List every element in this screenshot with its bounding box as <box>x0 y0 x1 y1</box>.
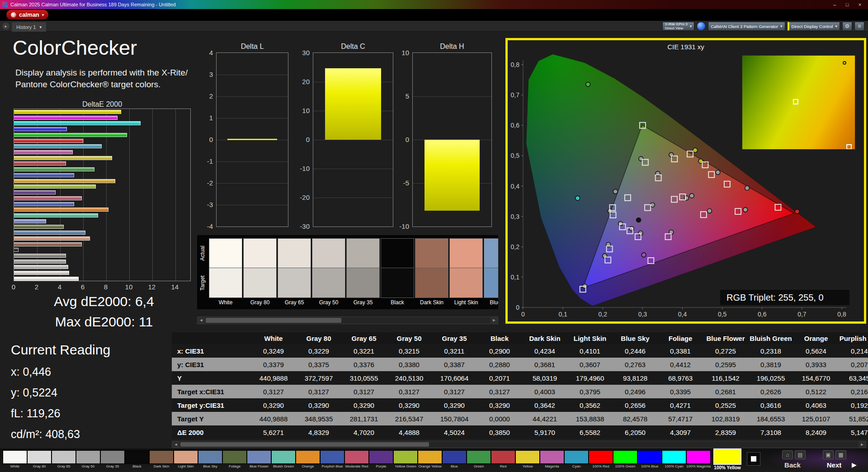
cie-axis-label: 0,1 <box>558 311 567 318</box>
calman-window: Calman 2025 Calman Ultimate for Business… <box>0 0 868 472</box>
list-button[interactable]: ▦ <box>835 450 846 459</box>
table-cell: 0,3850 <box>477 429 522 436</box>
pattern-swatch-button[interactable]: Green <box>467 450 491 469</box>
deltae-bar <box>14 127 67 131</box>
swatch-target-color <box>484 268 498 298</box>
pattern-swatch-button[interactable]: Cyan <box>564 450 589 469</box>
scroll-left-icon[interactable]: ◄ <box>172 441 179 448</box>
pattern-swatch-button[interactable]: Gray 35 <box>100 450 125 469</box>
pattern-swatch-button[interactable]: Purplish Blue <box>320 450 344 469</box>
pattern-swatch-button[interactable]: Bluish Green <box>271 450 296 469</box>
delta-axis-label: -1 <box>196 157 213 165</box>
settings-button[interactable]: ⚙ <box>842 22 852 31</box>
meter-device-icon[interactable] <box>697 22 706 31</box>
cie-axis-label: 0,3 <box>638 311 647 318</box>
table-cell: 63,3456 <box>839 374 868 382</box>
pattern-swatch-color <box>418 450 442 464</box>
pattern-swatch-label: Blue Flower <box>247 464 271 469</box>
deltae-bar <box>14 265 68 269</box>
deltae-bar <box>14 202 74 206</box>
calman-menu-button[interactable]: calman ▾ <box>6 10 48 19</box>
cie-measured-point <box>642 253 646 257</box>
deltae-bar <box>14 167 94 171</box>
pattern-swatch-button[interactable]: Red <box>491 450 515 469</box>
home-button[interactable]: ⌂ <box>782 450 793 459</box>
pattern-swatch-button[interactable]: Blue <box>442 450 467 469</box>
pattern-swatch-button[interactable]: Moderate Red <box>344 450 369 469</box>
pattern-swatch-button[interactable]: Dark Skin <box>149 450 174 469</box>
menu-button[interactable]: ≡ <box>854 22 864 31</box>
pattern-swatch-label: Foliage <box>222 464 247 469</box>
table-cell: 0,3215 <box>387 347 432 355</box>
minimize-button[interactable]: – <box>828 0 841 9</box>
delta-axis-label: -2 <box>196 179 213 187</box>
swatch-actual-color <box>243 238 277 268</box>
tab-history-1[interactable]: History 1 ▾ <box>12 22 46 32</box>
screen-button[interactable]: ▣ <box>823 450 834 459</box>
pattern-swatch-button[interactable]: Blue Sky <box>198 450 222 469</box>
delta-bar <box>325 68 381 140</box>
pattern-swatch-button[interactable]: Purple <box>369 450 393 469</box>
scrollbar-thumb[interactable] <box>206 318 341 323</box>
cie-axis-label: 0,6 <box>758 311 767 318</box>
pattern-swatch-button[interactable]: 100% Green <box>613 450 637 469</box>
pattern-swatch-button[interactable]: Yellow <box>515 450 540 469</box>
tab-scroll-button[interactable]: ▸ <box>2 23 9 30</box>
delta-axis-label: 20 <box>292 78 310 85</box>
pattern-swatch-button[interactable]: Gray 65 <box>52 450 76 469</box>
back-button[interactable]: Back <box>777 461 808 469</box>
table-column-header: Gray 65 <box>341 335 387 342</box>
deltae-bar <box>14 208 108 212</box>
cie-measured-point <box>629 227 634 231</box>
pattern-swatch-button[interactable]: Orange Yellow <box>418 450 442 469</box>
pattern-swatch-color <box>589 450 613 464</box>
pattern-swatch-button[interactable]: Foliage <box>222 450 247 469</box>
table-cell: 240,5130 <box>387 374 432 382</box>
table-row: Target x:CIE310,31270,31270,31270,31270,… <box>172 385 868 398</box>
pattern-swatch-button[interactable]: Gray 80 <box>27 450 52 469</box>
deltae-bar-chart <box>14 109 191 281</box>
scrollbar-thumb[interactable] <box>180 442 429 447</box>
table-row-label: Target y:CIE31 <box>172 401 251 409</box>
pattern-swatch-button[interactable]: 100% Magenta <box>686 450 711 469</box>
pattern-swatch-button[interactable]: 100% Blue <box>637 450 662 469</box>
table-cell: 0,3127 <box>341 388 387 396</box>
delta-axis-label: -4 <box>196 222 213 230</box>
maximize-button[interactable]: □ <box>841 0 854 9</box>
pattern-swatch-color <box>149 450 174 464</box>
pattern-swatch-button[interactable]: White <box>3 450 27 469</box>
pattern-swatch-button[interactable]: Black <box>125 450 149 469</box>
delta-gridline <box>217 205 288 205</box>
scroll-right-icon[interactable]: ► <box>859 441 866 448</box>
table-cell: 6,2050 <box>613 429 658 436</box>
avg-de2000-value: Avg dE2000: 6,4 <box>0 294 208 309</box>
pattern-window-icon <box>751 456 756 462</box>
scroll-left-icon[interactable]: ◄ <box>198 317 205 324</box>
cie-measured-point <box>743 208 748 212</box>
pattern-swatch-color <box>467 450 491 464</box>
table-row-label: ΔE 2000 <box>172 429 251 436</box>
pattern-swatch-button[interactable]: Yellow Green <box>393 450 418 469</box>
pattern-window-button[interactable] <box>747 452 760 466</box>
pattern-swatch-button[interactable]: Orange <box>296 450 320 469</box>
layout-button[interactable]: ▤ <box>795 450 806 459</box>
display-control-dropdown-button[interactable]: Direct Display Control ▾ <box>788 22 840 31</box>
swatch-strip-scrollbar[interactable]: ◄ ► <box>197 316 498 324</box>
close-button[interactable]: × <box>854 0 866 9</box>
pattern-source-dropdown-button[interactable]: CalMAN Client 3 Pattern Generator ▾ <box>708 22 785 31</box>
pattern-swatch-label: 100% Red <box>589 464 613 469</box>
cie-axis-label: 0 <box>521 311 525 318</box>
selected-pattern-swatch[interactable]: 100% Yellow <box>713 448 741 471</box>
pattern-swatch-button[interactable]: Gray 50 <box>76 450 100 469</box>
pattern-swatch-button[interactable]: Light Skin <box>174 450 198 469</box>
scroll-right-icon[interactable]: ► <box>491 317 498 324</box>
table-cell: 216,5347 <box>387 415 432 423</box>
next-button[interactable]: Next <box>818 461 850 469</box>
table-scrollbar[interactable]: ◄ ► <box>172 441 866 448</box>
pattern-swatch-button[interactable]: 100% Red <box>589 450 613 469</box>
pattern-swatch-button[interactable]: 100% Cyan <box>662 450 686 469</box>
pattern-swatch-button[interactable]: Magenta <box>540 450 564 469</box>
meter-dropdown-button[interactable]: X-Rite i1Pro 3 Direct View ▾ <box>662 22 694 31</box>
table-column-header: Gray 50 <box>387 335 432 342</box>
pattern-swatch-button[interactable]: Blue Flower <box>247 450 271 469</box>
